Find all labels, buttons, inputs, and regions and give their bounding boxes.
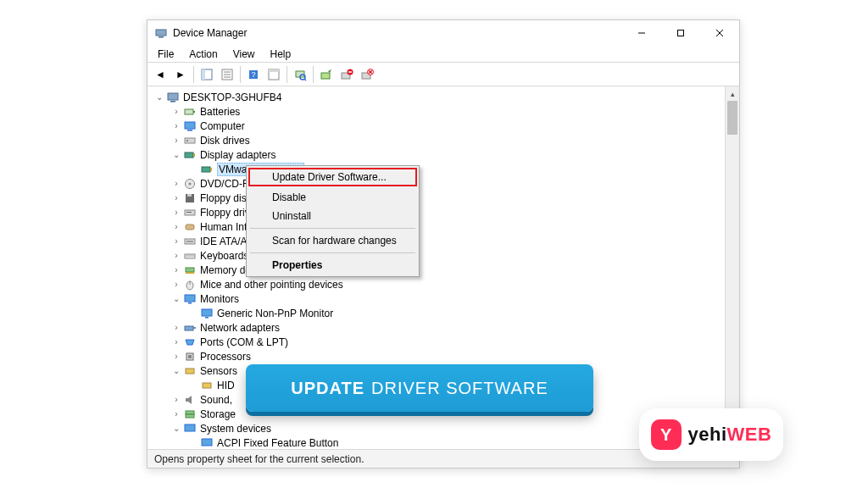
chevron-right-icon[interactable]: ›: [171, 409, 181, 419]
panel-icon: [200, 68, 214, 81]
context-menu-scan[interactable]: Scan for hardware changes: [248, 231, 417, 250]
display-adapter-icon: [200, 163, 214, 176]
chevron-right-icon[interactable]: ›: [171, 323, 181, 333]
context-menu-uninstall[interactable]: Uninstall: [248, 207, 417, 225]
tree-item-network[interactable]: › Network adapters: [149, 320, 737, 335]
svg-rect-35: [185, 152, 193, 158]
svg-rect-62: [186, 369, 194, 374]
chevron-right-icon[interactable]: ›: [171, 136, 181, 146]
chevron-right-icon[interactable]: ›: [171, 107, 181, 117]
chevron-down-icon[interactable]: ⌄: [171, 294, 181, 304]
logo-text-left: yehi: [688, 424, 727, 446]
context-menu-separator: [250, 228, 415, 229]
toolbar-scan-button[interactable]: [291, 65, 309, 84]
svg-rect-0: [156, 30, 166, 36]
tree-item-generic-monitor[interactable]: › Generic Non-PnP Monitor: [149, 306, 737, 320]
tree-item-label: Processors: [200, 351, 251, 363]
menu-view[interactable]: View: [226, 47, 262, 62]
uninstall-icon: [360, 68, 374, 81]
ports-icon: [183, 336, 197, 349]
close-button[interactable]: [700, 21, 739, 45]
tree-item-disk-drives[interactable]: › Disk drives: [149, 133, 737, 147]
scroll-up-button[interactable]: ▴: [726, 86, 739, 101]
toolbar-show-hide-button[interactable]: [198, 65, 216, 84]
tree-item-batteries[interactable]: › Batteries: [149, 104, 737, 119]
logo-mark-icon: Y: [651, 419, 682, 450]
mouse-icon: [183, 278, 197, 291]
chevron-down-icon[interactable]: ⌄: [171, 366, 181, 376]
chevron-right-icon[interactable]: ›: [171, 121, 181, 131]
tree-item-floppy-disk[interactable]: › Floppy disk d: [149, 191, 737, 205]
toolbar-help-button[interactable]: ?: [244, 65, 263, 84]
context-menu-separator: [250, 252, 415, 253]
toolbar-disable-button[interactable]: [337, 65, 356, 84]
chevron-down-icon[interactable]: ⌄: [154, 92, 164, 103]
context-menu-disable[interactable]: Disable: [248, 188, 417, 207]
tree-item-memory[interactable]: › Memory dev: [149, 263, 737, 277]
svg-point-34: [186, 140, 188, 141]
prop-sheet-icon: [267, 68, 281, 81]
svg-rect-66: [185, 424, 195, 431]
toolbar-back-button[interactable]: ◄: [151, 65, 170, 84]
context-menu-update-driver[interactable]: Update Driver Software...: [248, 168, 417, 186]
svg-rect-1: [159, 36, 164, 38]
menu-file[interactable]: File: [151, 47, 181, 62]
chevron-right-icon[interactable]: ›: [171, 352, 181, 362]
chevron-right-icon[interactable]: ›: [171, 222, 181, 232]
tree-item-display-adapters[interactable]: ⌄ Display adapters: [149, 147, 737, 162]
chevron-right-icon[interactable]: ›: [171, 179, 181, 189]
tree-item-processors[interactable]: › Processors: [149, 349, 737, 363]
chevron-right-icon[interactable]: ›: [171, 337, 181, 347]
tree-item-hid[interactable]: › Human Inter: [149, 219, 737, 234]
svg-rect-54: [185, 295, 195, 302]
scroll-thumb[interactable]: [727, 101, 737, 135]
minimize-button[interactable]: [622, 21, 661, 45]
maximize-button[interactable]: [661, 21, 700, 45]
context-menu-properties[interactable]: Properties: [248, 256, 417, 274]
tree-item-computer[interactable]: › Computer: [149, 119, 737, 133]
context-menu: Update Driver Software... Disable Uninst…: [246, 165, 420, 277]
tree-item-label: Sound,: [200, 394, 232, 406]
chevron-right-icon[interactable]: ›: [171, 193, 181, 203]
toolbar-properties-button[interactable]: [218, 65, 236, 84]
tree-item-floppy-drive[interactable]: › Floppy drive: [149, 205, 737, 219]
tree-item-label: Sensors: [200, 365, 237, 377]
chevron-right-icon[interactable]: ›: [171, 236, 181, 247]
tree-item-vmware-svga[interactable]: › VMware SVGA 3D: [149, 162, 737, 176]
svg-rect-28: [170, 101, 175, 103]
svg-rect-27: [168, 93, 178, 100]
monitor-icon: [183, 292, 197, 306]
chevron-right-icon[interactable]: ›: [171, 208, 181, 218]
chevron-right-icon[interactable]: ›: [171, 265, 181, 275]
tree-item-label: ACPI Fixed Feature Button: [217, 437, 338, 449]
tree-root[interactable]: ⌄ DESKTOP-3GHUFB4: [149, 90, 737, 104]
svg-rect-50: [186, 268, 194, 272]
svg-rect-36: [193, 153, 195, 157]
chevron-right-icon[interactable]: ›: [171, 280, 181, 290]
chevron-down-icon[interactable]: ⌄: [171, 424, 181, 434]
svg-rect-30: [193, 111, 195, 113]
tree-item-ports[interactable]: › Ports (COM & LPT): [149, 335, 737, 349]
tree-item-keyboards[interactable]: › Keyboards: [149, 248, 737, 263]
chevron-right-icon[interactable]: ›: [171, 395, 181, 405]
toolbar-uninstall-button[interactable]: [358, 65, 376, 84]
tree-item-mice[interactable]: › Mice and other pointing devices: [149, 277, 737, 291]
tree-item-monitors[interactable]: ⌄ Monitors: [149, 291, 737, 306]
toolbar: ◄ ► ?: [147, 63, 739, 86]
scroll-track[interactable]: [726, 101, 739, 435]
monitor-icon: [200, 307, 214, 320]
svg-rect-58: [185, 326, 193, 330]
chevron-right-icon[interactable]: ›: [171, 251, 181, 261]
svg-rect-19: [321, 73, 330, 79]
toolbar-update-driver-button[interactable]: [317, 65, 336, 84]
menu-help[interactable]: Help: [264, 47, 298, 62]
tree-item-ide-ata[interactable]: › IDE ATA/ATA: [149, 234, 737, 248]
banner-bold: UPDATE: [291, 379, 364, 398]
tree-item-dvd-cdrom[interactable]: › DVD/CD-RO: [149, 176, 737, 191]
floppy-icon: [183, 191, 197, 205]
toolbar-prop-sheet-button[interactable]: [264, 65, 283, 84]
vertical-scrollbar[interactable]: ▴ ▾: [725, 86, 739, 449]
toolbar-forward-button[interactable]: ►: [171, 65, 190, 84]
menu-action[interactable]: Action: [182, 47, 224, 62]
chevron-down-icon[interactable]: ⌄: [171, 150, 181, 160]
